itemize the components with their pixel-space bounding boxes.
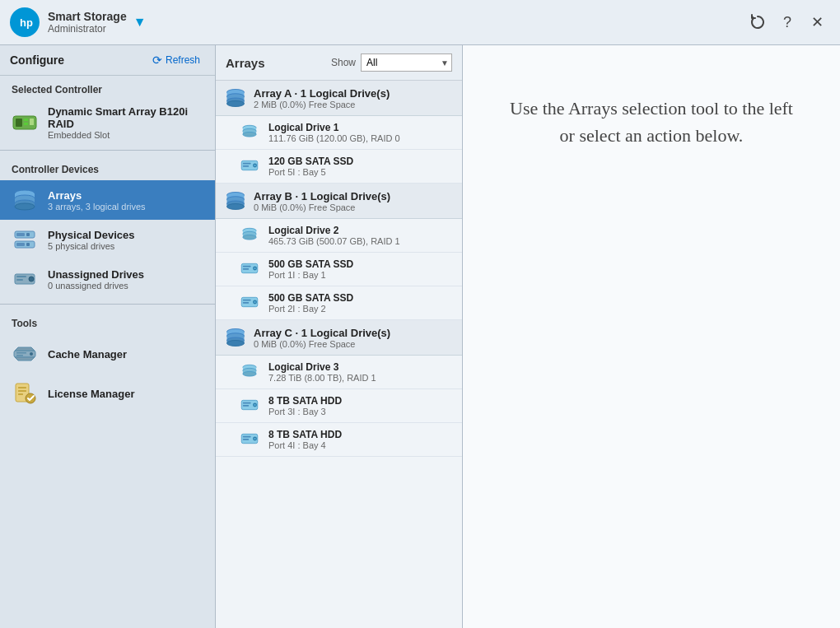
app-subtitle: Administrator xyxy=(48,23,127,35)
physical-devices-icon xyxy=(10,225,40,254)
content-panel: Use the Arrays selection tool to the lef… xyxy=(463,45,840,628)
unassigned-drives-icon xyxy=(10,264,40,294)
svg-rect-4 xyxy=(24,119,28,121)
drive-row-2-0[interactable]: Logical Drive 3 7.28 TiB (8.00 TB), RAID… xyxy=(216,356,462,389)
drive-name-1-2: 500 GB SATA SSD xyxy=(268,292,353,304)
svg-point-61 xyxy=(243,235,256,240)
divider-1 xyxy=(0,150,215,151)
refresh-icon: ⟳ xyxy=(152,53,162,67)
svg-rect-88 xyxy=(243,405,249,407)
array-icon-1 xyxy=(224,189,247,212)
refresh-button[interactable] xyxy=(744,9,771,35)
svg-rect-92 xyxy=(243,436,251,438)
divider-2 xyxy=(0,304,215,305)
svg-rect-49 xyxy=(243,165,249,167)
svg-text:hp: hp xyxy=(20,16,33,29)
controller-name: Dynamic Smart Array B120i RAID xyxy=(48,105,205,130)
unassigned-drives-label: Unassigned Drives xyxy=(48,268,144,281)
help-button[interactable]: ? xyxy=(774,9,800,35)
svg-point-83 xyxy=(243,371,256,376)
drive-row-2-1[interactable]: 8 TB SATA HDD Port 3I : Bay 3 xyxy=(216,389,462,423)
array-icon-0 xyxy=(224,86,247,109)
drive-name-0-1: 120 GB SATA SSD xyxy=(268,156,353,167)
titlebar: hp Smart Storage Administrator ▼ ? ✕ xyxy=(0,0,840,45)
show-select-wrap[interactable]: All Arrays Logical Drives Physical Drive… xyxy=(361,53,452,72)
svg-point-25 xyxy=(30,352,33,356)
controller-slot: Embedded Slot xyxy=(48,130,205,140)
drive-icon-2-1 xyxy=(239,394,262,417)
array-name-2: Array C · 1 Logical Drive(s) xyxy=(254,327,390,339)
cache-manager-icon xyxy=(10,339,40,369)
drive-icon-2-2 xyxy=(239,428,262,451)
license-manager-label: License Manager xyxy=(48,388,135,400)
configure-title: Configure xyxy=(10,53,147,67)
app-dropdown-arrow[interactable]: ▼ xyxy=(133,15,147,30)
content-message: Use the Arrays selection tool to the lef… xyxy=(510,95,793,149)
array-row-0[interactable]: Array A · 1 Logical Drive(s) 2 MiB (0.0%… xyxy=(216,81,462,116)
show-label: Show xyxy=(331,57,356,68)
array-sub-0: 2 MiB (0.0%) Free Space xyxy=(254,100,390,109)
arrays-text: Arrays 3 arrays, 3 logical drives xyxy=(48,189,146,212)
sidebar-item-license-manager[interactable]: License Manager xyxy=(0,374,215,413)
svg-point-21 xyxy=(29,277,34,281)
svg-rect-6 xyxy=(30,119,34,125)
tools-label: Tools xyxy=(0,309,215,334)
cache-manager-label: Cache Manager xyxy=(48,348,127,361)
drive-name-1-1: 500 GB SATA SSD xyxy=(268,258,353,270)
svg-rect-65 xyxy=(243,266,251,267)
drive-row-1-1[interactable]: 500 GB SATA SSD Port 1I : Bay 1 xyxy=(216,253,462,286)
svg-rect-19 xyxy=(26,243,30,246)
drive-name-2-1: 8 TB SATA HDD xyxy=(268,395,342,407)
svg-rect-93 xyxy=(243,439,249,440)
sidebar-item-unassigned-drives[interactable]: Unassigned Drives 0 unassigned drives xyxy=(0,259,215,299)
drive-sub-1-2: Port 2I : Bay 2 xyxy=(268,304,353,314)
svg-rect-27 xyxy=(16,355,23,356)
svg-rect-87 xyxy=(243,402,251,404)
sidebar: Configure ⟳ Refresh Selected Controller … xyxy=(0,45,216,628)
physical-devices-label: Physical Devices xyxy=(48,229,135,241)
svg-rect-26 xyxy=(16,352,26,354)
controller-item[interactable]: Dynamic Smart Array B120i RAID Embedded … xyxy=(0,100,215,145)
drive-name-2-2: 8 TB SATA HDD xyxy=(268,429,342,440)
array-sub-1: 0 MiB (0.0%) Free Space xyxy=(254,202,390,212)
arrays-sub: 3 arrays, 3 logical drives xyxy=(48,202,146,212)
drive-row-1-2[interactable]: 500 GB SATA SSD Port 2I : Bay 2 xyxy=(216,286,462,320)
sidebar-item-cache-manager[interactable]: Cache Manager xyxy=(0,334,215,374)
drive-sub-1-0: 465.73 GiB (500.07 GB), RAID 1 xyxy=(268,236,400,246)
selected-controller-label: Selected Controller xyxy=(0,76,215,100)
drive-row-2-2[interactable]: 8 TB SATA HDD Port 4I : Bay 4 xyxy=(216,423,462,457)
close-button[interactable]: ✕ xyxy=(804,9,830,35)
sidebar-refresh-button[interactable]: ⟳ Refresh xyxy=(147,52,205,68)
drive-icon-2-0 xyxy=(239,361,262,384)
cache-manager-text: Cache Manager xyxy=(48,348,127,361)
arrays-icon xyxy=(10,185,40,215)
array-sub-2: 0 MiB (0.0%) Free Space xyxy=(254,339,390,349)
drive-row-0-1[interactable]: 120 GB SATA SSD Port 5I : Bay 5 xyxy=(216,150,462,184)
svg-point-64 xyxy=(254,267,255,269)
svg-rect-17 xyxy=(26,233,30,236)
controller-devices-label: Controller Devices xyxy=(0,156,215,180)
svg-rect-5 xyxy=(24,123,28,125)
show-select[interactable]: All Arrays Logical Drives Physical Drive… xyxy=(361,53,452,72)
svg-point-44 xyxy=(243,132,256,137)
drive-row-0-0[interactable]: Logical Drive 1 111.76 GiB (120.00 GB), … xyxy=(216,116,462,150)
svg-point-69 xyxy=(254,301,255,303)
main-layout: Configure ⟳ Refresh Selected Controller … xyxy=(0,45,840,628)
drive-row-1-0[interactable]: Logical Drive 2 465.73 GiB (500.07 GB), … xyxy=(216,219,462,253)
svg-rect-71 xyxy=(243,302,249,304)
sidebar-item-physical-devices[interactable]: Physical Devices 5 physical drives xyxy=(0,220,215,259)
app-title: Smart Storage Administrator xyxy=(48,10,127,35)
array-row-2[interactable]: Array C · 1 Logical Drive(s) 0 MiB (0.0%… xyxy=(216,320,462,356)
svg-rect-66 xyxy=(243,268,249,270)
array-row-1[interactable]: Array B · 1 Logical Drive(s) 0 MiB (0.0%… xyxy=(216,184,462,219)
drive-icon-0-1 xyxy=(239,155,262,178)
svg-rect-31 xyxy=(18,393,23,395)
drive-sub-2-2: Port 4I : Bay 4 xyxy=(268,440,342,450)
svg-rect-23 xyxy=(16,279,23,281)
svg-point-78 xyxy=(227,341,245,347)
sidebar-item-arrays[interactable]: Arrays 3 arrays, 3 logical drives xyxy=(0,180,215,220)
drive-sub-2-1: Port 3I : Bay 3 xyxy=(268,407,342,416)
hp-logo: hp xyxy=(10,7,40,37)
svg-rect-29 xyxy=(18,387,26,388)
unassigned-drives-sub: 0 unassigned drives xyxy=(48,281,144,291)
